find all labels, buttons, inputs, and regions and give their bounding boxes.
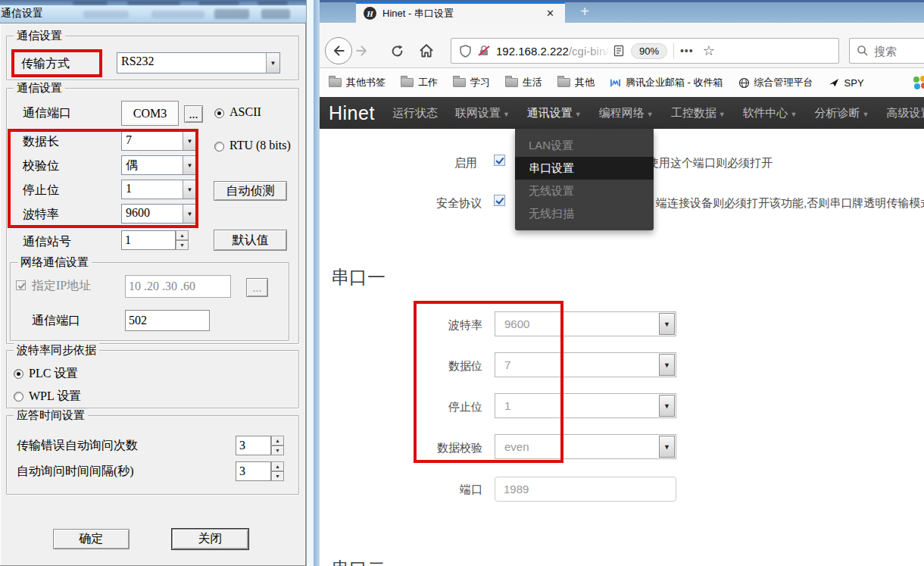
combobox-value: RS232 — [117, 53, 266, 73]
retry-count-input[interactable] — [236, 436, 271, 455]
enable-hint: 使用这个端口则必须打开 — [648, 156, 773, 170]
retry-interval-stepper[interactable]: ▲ ▼ — [271, 461, 284, 481]
default-values-button[interactable]: 默认值 — [214, 230, 287, 251]
nav-network-settings[interactable]: 联网设置▼ — [455, 106, 510, 120]
page-actions-icon[interactable]: ••• — [680, 45, 694, 57]
wpl-setting-radio[interactable] — [14, 392, 23, 402]
hinet-favicon: H — [364, 7, 376, 20]
station-number-label: 通信站号 — [23, 234, 71, 250]
zoom-level-badge[interactable]: 90% — [631, 43, 667, 59]
retry-interval-label: 自动询问时间间隔(秒) — [17, 464, 134, 480]
back-button[interactable] — [325, 37, 352, 64]
plc-setting-radio[interactable] — [14, 369, 23, 379]
auto-detect-button[interactable]: 自动侦测 — [214, 181, 287, 201]
menu-item-wireless-scan[interactable]: 无线扫描 — [515, 202, 654, 225]
bookmark-folder[interactable]: 工作 — [401, 76, 438, 89]
tab-title: Hinet - 串口设置 — [382, 7, 543, 20]
retry-count-label: 传输错误自动询问次数 — [17, 438, 138, 454]
nav-programming-network[interactable]: 编程网络▼ — [599, 106, 654, 120]
com-port-label: 通信端口 — [23, 105, 71, 121]
ip-browse-button[interactable]: ... — [246, 278, 268, 297]
retry-interval-input[interactable] — [236, 461, 271, 481]
hinet-logo[interactable]: Hinet — [329, 102, 375, 124]
reader-mode-icon[interactable] — [613, 45, 625, 57]
ok-button[interactable]: 确定 — [53, 529, 130, 549]
reload-icon[interactable] — [389, 42, 405, 59]
chevron-down-icon: ▼ — [647, 111, 654, 118]
retry-count-stepper[interactable]: ▲ ▼ — [271, 436, 284, 455]
divider — [673, 43, 674, 58]
chevron-down-icon: ▼ — [791, 111, 798, 118]
bookmark-colorful-icon[interactable] — [913, 76, 924, 89]
serial-port-1-heading: 串口一 — [331, 265, 386, 289]
annotation-red-box-serial-params — [8, 129, 198, 228]
insecure-lock-icon[interactable] — [478, 45, 490, 57]
secure-protocol-checkbox[interactable] — [494, 195, 505, 206]
enable-checkbox[interactable] — [494, 155, 505, 166]
forward-button[interactable] — [353, 44, 371, 58]
url-bar[interactable]: 192.168.2.222 /cgi-bin/luci/;sto 90% •••… — [451, 38, 839, 64]
spin-up-icon[interactable]: ▲ — [176, 230, 189, 240]
spin-up-icon[interactable]: ▲ — [271, 461, 284, 471]
group-legend: 应答时间设置 — [14, 408, 88, 423]
home-icon[interactable] — [417, 42, 435, 60]
bookmark-folder[interactable]: 学习 — [453, 76, 490, 89]
chevron-down-icon[interactable]: ▼ — [659, 313, 675, 335]
port-input[interactable] — [495, 477, 676, 502]
tab-close-icon[interactable]: ✕ — [543, 6, 557, 20]
search-input[interactable] — [874, 45, 924, 58]
enable-label: 启用 — [424, 156, 477, 170]
rtu-radio[interactable] — [214, 142, 224, 152]
new-tab-button[interactable]: + — [574, 2, 595, 22]
chevron-down-icon: ▼ — [575, 111, 582, 118]
transfer-mode-combobox[interactable]: RS232 ▼ — [117, 52, 280, 73]
nav-run-status[interactable]: 运行状态 — [392, 106, 438, 120]
close-button[interactable]: 关闭 — [172, 529, 248, 549]
search-bar[interactable] — [849, 38, 924, 64]
net-port-input[interactable] — [125, 310, 210, 331]
site-navbar: Hinet 运行状态 联网设置▼ 通讯设置▼ 编程网络▼ 工控数据▼ 软件中心▼… — [320, 97, 924, 129]
com-browse-button[interactable]: ... — [184, 105, 203, 123]
bookmark-tencent-mail[interactable]: 腾讯企业邮箱 - 收件箱 — [610, 76, 723, 89]
menu-item-serial-settings[interactable]: 串口设置 — [515, 157, 654, 180]
group-legend: 波特率同步依据 — [14, 343, 99, 358]
nav-advanced-settings[interactable]: 高级设置 — [886, 106, 924, 120]
nav-software-center[interactable]: 软件中心▼ — [743, 106, 798, 120]
ip-address-input[interactable] — [125, 275, 231, 298]
spin-up-icon[interactable]: ▲ — [271, 436, 284, 446]
tracking-shield-icon[interactable] — [459, 45, 472, 58]
bookmark-star-icon[interactable]: ☆ — [703, 42, 715, 59]
browser-tab[interactable]: H Hinet - 串口设置 ✕ — [356, 2, 565, 23]
nav-industrial-data[interactable]: 工控数据▼ — [671, 106, 726, 120]
ascii-radio[interactable] — [214, 108, 224, 118]
chevron-down-icon: ▼ — [503, 111, 510, 118]
station-number-input[interactable] — [121, 230, 176, 250]
group-legend: 通信设置 — [14, 29, 65, 43]
bookmark-folder[interactable]: 其他 — [557, 76, 595, 89]
wpl-setting-label: WPL 设置 — [29, 389, 81, 405]
com-port-box[interactable]: COM3 — [121, 101, 179, 126]
station-number-stepper[interactable]: ▲ ▼ — [176, 230, 189, 250]
spin-down-icon[interactable]: ▼ — [271, 446, 284, 455]
bookmark-folder[interactable]: 其他书签 — [329, 76, 386, 89]
folder-icon — [401, 78, 414, 87]
bookmark-mgmt-platform[interactable]: 综合管理平台 — [738, 76, 813, 89]
spin-down-icon[interactable]: ▼ — [271, 471, 284, 481]
chevron-down-icon[interactable]: ▼ — [659, 436, 675, 458]
bookmark-folder[interactable]: 生活 — [505, 76, 542, 89]
menu-item-lan-settings[interactable]: LAN设置 — [515, 134, 654, 157]
chevron-down-icon[interactable]: ▼ — [266, 53, 279, 73]
assign-ip-checkbox[interactable] — [16, 280, 26, 290]
menu-item-wireless-settings[interactable]: 无线设置 — [515, 180, 654, 202]
nav-analysis-diagnosis[interactable]: 分析诊断▼ — [814, 106, 869, 120]
spin-down-icon[interactable]: ▼ — [176, 240, 189, 250]
background-window-artifact — [261, 9, 290, 19]
chevron-down-icon[interactable]: ▼ — [659, 395, 675, 417]
folder-icon — [505, 78, 518, 87]
chevron-down-icon[interactable]: ▼ — [659, 354, 675, 376]
folder-icon — [557, 78, 570, 87]
tencent-mail-icon — [610, 77, 621, 89]
nav-comm-settings[interactable]: 通讯设置▼ — [527, 106, 582, 120]
browser-window-edge — [314, 0, 320, 566]
bookmark-spy[interactable]: SPY — [829, 77, 864, 89]
